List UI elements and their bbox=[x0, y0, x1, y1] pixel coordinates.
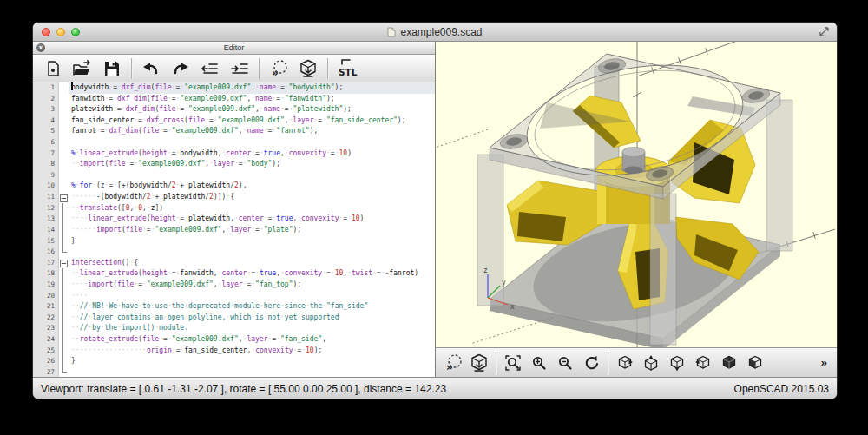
editor-close-icon[interactable]: x bbox=[36, 43, 45, 52]
toolbar-overflow-button[interactable]: » bbox=[816, 356, 832, 369]
view-left-button[interactable] bbox=[690, 351, 716, 375]
reset-view-button[interactable] bbox=[578, 351, 604, 375]
render-button[interactable] bbox=[466, 351, 492, 375]
code-line[interactable]: 20···· bbox=[33, 291, 435, 302]
line-number: 3 bbox=[33, 104, 59, 115]
code-line-text[interactable]: %·for·(z·=·[+(bodywidth/2·+·platewidth/2… bbox=[69, 181, 435, 192]
open-button[interactable] bbox=[68, 56, 97, 80]
code-line[interactable]: 9 bbox=[33, 170, 435, 181]
stl-export-icon: STL bbox=[336, 58, 358, 79]
code-line-text[interactable]: ··rotate_extrude(file·=·"example009.dxf"… bbox=[69, 334, 435, 346]
line-number: 6 bbox=[33, 137, 59, 148]
code-line-text[interactable]: ······-(bodywidth/2·+·platewidth/2)])·{ bbox=[69, 192, 435, 203]
view-top-button[interactable] bbox=[638, 351, 664, 375]
stl-export-button[interactable]: STL bbox=[332, 56, 362, 80]
undo-button[interactable] bbox=[136, 56, 166, 80]
code-line[interactable]: 22··//·layer·contains·an·open·polyline,·… bbox=[33, 313, 435, 324]
code-line[interactable]: 14······import(file·=·"example009.dxf",·… bbox=[33, 225, 435, 236]
code-line-text[interactable]: ··//·NB!·We·have·to·use·the·deprecated·m… bbox=[69, 301, 435, 313]
code-line-text[interactable]: ······import(file·=·"example009.dxf",·la… bbox=[69, 225, 435, 236]
code-line[interactable]: 15} bbox=[33, 236, 435, 247]
fold-column bbox=[59, 104, 69, 115]
code-line[interactable]: 18··linear_extrude(height·=·fanwidth,·ce… bbox=[33, 268, 435, 280]
code-line[interactable]: 8··import(file·=·"example009.dxf",·layer… bbox=[33, 159, 435, 170]
3d-viewport-canvas[interactable]: z y x bbox=[436, 42, 837, 347]
code-line-text[interactable]: ····linear_extrude(height·=·platewidth,·… bbox=[69, 214, 435, 225]
indent-button[interactable] bbox=[225, 56, 254, 80]
render-icon bbox=[298, 58, 319, 79]
code-line[interactable]: 6 bbox=[33, 137, 435, 148]
code-line-text[interactable] bbox=[69, 247, 435, 258]
save-button[interactable] bbox=[97, 56, 127, 80]
zoom-window-button[interactable] bbox=[71, 28, 80, 36]
preview-button[interactable]: » bbox=[440, 351, 466, 375]
code-line-text[interactable]: bodywidth·=·dxf_dim(file·=·"example009.d… bbox=[69, 82, 435, 94]
code-line-text[interactable] bbox=[69, 137, 435, 148]
desktop-background: example009.scad x Editor »STL 1bodywidth… bbox=[0, 0, 868, 435]
view-front-button[interactable] bbox=[742, 351, 768, 375]
code-line-text[interactable]: platewidth·=·dxf_dim(file·=·"example009.… bbox=[69, 104, 435, 115]
code-line-text[interactable]: fan_side_center·=·dxf_cross(file·=·"exam… bbox=[69, 115, 435, 127]
code-line-text[interactable]: fanrot·=·dxf_dim(file·=·"example009.dxf"… bbox=[69, 126, 435, 137]
view-back-button[interactable] bbox=[716, 351, 742, 375]
code-line-text[interactable]: ··import(file·=·"example009.dxf",·layer·… bbox=[69, 159, 435, 170]
line-number: 17 bbox=[33, 258, 59, 269]
fold-marker[interactable] bbox=[59, 258, 69, 269]
code-line-text[interactable]: fanwidth·=·dxf_dim(file·=·"example009.dx… bbox=[69, 94, 435, 105]
zoom-all-button[interactable] bbox=[500, 351, 526, 375]
fold-column bbox=[59, 82, 69, 94]
code-line[interactable]: 17intersection()·{ bbox=[33, 258, 435, 269]
code-line[interactable]: 26} bbox=[33, 356, 435, 367]
code-line-text[interactable]: ··//·layer·contains·an·open·polyline,·wh… bbox=[69, 313, 435, 324]
code-line-text[interactable] bbox=[69, 170, 435, 181]
code-line-text[interactable]: ··linear_extrude(height·=·fanwidth,·cent… bbox=[69, 268, 435, 280]
code-line[interactable]: 25··················origin·=·fan_side_ce… bbox=[33, 346, 435, 357]
code-line[interactable]: 12··translate([0,·0,·z]) bbox=[33, 203, 435, 214]
zoom-out-button[interactable] bbox=[552, 351, 578, 375]
code-line-text[interactable]: ··translate([0,·0,·z]) bbox=[69, 203, 435, 214]
code-line[interactable]: 2fanwidth·=·dxf_dim(file·=·"example009.d… bbox=[33, 94, 435, 105]
preview-button[interactable]: » bbox=[264, 56, 293, 80]
title-bar[interactable]: example009.scad bbox=[33, 23, 837, 42]
code-line-text[interactable]: } bbox=[69, 236, 435, 247]
code-line[interactable]: 10%·for·(z·=·[+(bodywidth/2·+·platewidth… bbox=[33, 181, 435, 192]
code-line-text[interactable]: ··//·by·the·import()·module. bbox=[69, 323, 435, 334]
close-window-button[interactable] bbox=[42, 28, 50, 36]
code-line-text[interactable]: ···· bbox=[69, 291, 435, 302]
code-line[interactable]: 19····import(file·=·"example009.dxf",·la… bbox=[33, 280, 435, 291]
line-number: 21 bbox=[33, 301, 59, 313]
line-number: 14 bbox=[33, 225, 59, 236]
code-line-text[interactable]: ··················origin·=·fan_side_cent… bbox=[69, 346, 435, 357]
zoom-in-button[interactable] bbox=[526, 351, 552, 375]
code-editor[interactable]: 1bodywidth·=·dxf_dim(file·=·"example009.… bbox=[33, 82, 435, 377]
toolbar-separator bbox=[131, 58, 132, 79]
code-line-text[interactable]: intersection()·{ bbox=[69, 258, 435, 269]
code-line[interactable]: 16 bbox=[33, 247, 435, 258]
code-line[interactable]: 7%·linear_extrude(height·=·bodywidth,·ce… bbox=[33, 148, 435, 160]
code-line[interactable]: 1bodywidth·=·dxf_dim(file·=·"example009.… bbox=[33, 82, 435, 94]
render-button[interactable] bbox=[293, 56, 323, 80]
code-line[interactable]: 5fanrot·=·dxf_dim(file·=·"example009.dxf… bbox=[33, 126, 435, 137]
code-line[interactable]: 24··rotate_extrude(file·=·"example009.dx… bbox=[33, 334, 435, 346]
code-line-text[interactable] bbox=[69, 367, 435, 377]
code-line-text[interactable]: ····import(file·=·"example009.dxf",·laye… bbox=[69, 280, 435, 291]
code-line[interactable]: 11······-(bodywidth/2·+·platewidth/2)])·… bbox=[33, 192, 435, 203]
line-number: 16 bbox=[33, 247, 59, 258]
new-file-button[interactable] bbox=[38, 56, 68, 80]
fullscreen-resize-icon[interactable] bbox=[819, 26, 830, 37]
code-line-text[interactable]: %·linear_extrude(height·=·bodywidth,·cen… bbox=[69, 148, 435, 160]
view-right-button[interactable] bbox=[612, 351, 638, 375]
redo-button[interactable] bbox=[166, 56, 195, 80]
view-bottom-button[interactable] bbox=[664, 351, 690, 375]
minimize-window-button[interactable] bbox=[56, 28, 65, 36]
code-line[interactable]: 13····linear_extrude(height·=·platewidth… bbox=[33, 214, 435, 225]
code-line[interactable]: 3platewidth·=·dxf_dim(file·=·"example009… bbox=[33, 104, 435, 115]
code-line-text[interactable]: } bbox=[69, 356, 435, 367]
fold-column bbox=[59, 115, 69, 127]
code-line[interactable]: 27 bbox=[33, 367, 435, 377]
fold-marker[interactable] bbox=[59, 192, 69, 203]
code-line[interactable]: 23··//·by·the·import()·module. bbox=[33, 323, 435, 334]
code-line[interactable]: 4fan_side_center·=·dxf_cross(file·=·"exa… bbox=[33, 115, 435, 127]
code-line[interactable]: 21··//·NB!·We·have·to·use·the·deprecated… bbox=[33, 301, 435, 313]
unindent-button[interactable] bbox=[195, 56, 225, 80]
